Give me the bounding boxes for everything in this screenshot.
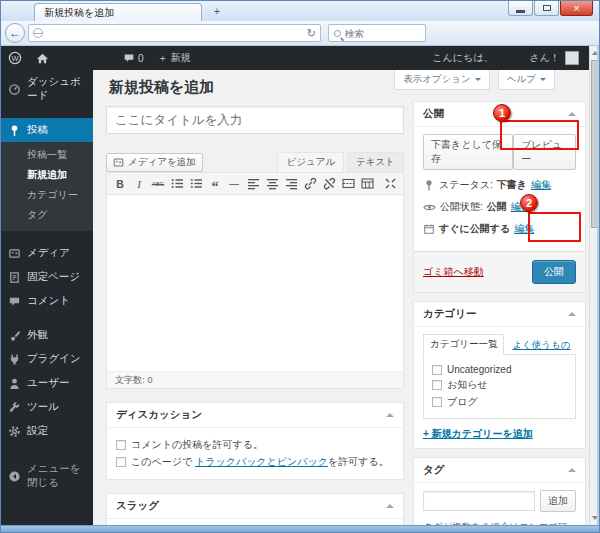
category-label: ブログ [447, 395, 478, 409]
wp-sidebar: ダッシュボード 投稿 投稿一覧 新規追加 カテゴリー タグ メディア [1, 70, 93, 525]
category-checkbox-uncategorized[interactable] [432, 365, 442, 375]
tag-input[interactable] [423, 491, 535, 511]
toolbar-toggle-icon[interactable] [358, 175, 376, 193]
visibility-value: 公開 [487, 200, 507, 214]
word-count-value: 0 [148, 375, 153, 385]
unlink-icon[interactable] [320, 175, 338, 193]
tags-panel: タグ 追加 タグが複数ある場合はコンマで区切ってください よく使われているタグか… [413, 457, 586, 525]
blockquote-icon[interactable]: “ [206, 175, 224, 193]
url-input[interactable] [43, 28, 307, 39]
sidebar-label: メニューを閉じる [27, 462, 86, 490]
account-menu[interactable]: こんにちは、 さん！ [432, 51, 589, 65]
collapse-caret-icon[interactable] [568, 308, 576, 316]
collapse-caret-icon[interactable] [386, 500, 394, 508]
sidebar-item-users[interactable]: ユーザー [1, 371, 93, 395]
new-content-menu[interactable]: ＋ 新規 [151, 46, 198, 70]
horizontal-rule-icon[interactable]: — [225, 175, 243, 193]
maximize-button[interactable] [534, 1, 559, 16]
sidebar-item-tags[interactable]: タグ [1, 205, 93, 225]
close-button[interactable]: × [560, 1, 593, 16]
discussion-panel-header[interactable]: ディスカッション [107, 403, 403, 428]
sidebar-collapse-menu[interactable]: メニューを閉じる [1, 457, 93, 495]
search-input[interactable] [345, 28, 415, 39]
tags-panel-body: 追加 タグが複数ある場合はコンマで区切ってください よく使われているタグから選択 [414, 483, 585, 525]
tab-text[interactable]: テキスト [347, 152, 404, 172]
category-row: ブログ [432, 395, 567, 409]
move-to-trash-link[interactable]: ゴミ箱へ移動 [423, 265, 484, 279]
trackback-link[interactable]: トラックバックとピンバック [195, 456, 328, 467]
fullscreen-icon[interactable] [381, 175, 399, 193]
minimize-icon [516, 10, 525, 13]
align-left-icon[interactable] [244, 175, 262, 193]
categories-panel-header[interactable]: カテゴリー [414, 302, 585, 327]
slug-panel: スラッグ [106, 493, 404, 525]
sidebar-item-posts[interactable]: 投稿 [1, 118, 93, 142]
reload-icon[interactable]: ↻ [307, 28, 316, 39]
sidebar-item-categories[interactable]: カテゴリー [1, 185, 93, 205]
collapse-arrow-icon [8, 470, 21, 483]
add-new-category-link[interactable]: + 新規カテゴリーを追加 [423, 427, 533, 441]
publish-button[interactable]: 公開 [532, 260, 576, 284]
collapse-caret-icon[interactable] [386, 409, 394, 417]
browser-tab[interactable]: 新規投稿を追加 [34, 3, 202, 21]
sidebar-item-appearance[interactable]: 外観 [1, 323, 93, 347]
collapse-caret-icon[interactable] [568, 464, 576, 472]
screen-options-button[interactable]: 表示オプション [394, 70, 490, 90]
strikethrough-icon[interactable]: ABC [149, 175, 167, 193]
slug-panel-header[interactable]: スラッグ [107, 494, 403, 519]
tab-visual[interactable]: ビジュアル [277, 152, 344, 172]
sidebar-item-media[interactable]: メディア [1, 241, 93, 265]
category-checkbox-blog[interactable] [432, 397, 442, 407]
italic-icon[interactable]: I [130, 175, 148, 193]
post-title-input[interactable] [106, 106, 404, 134]
user-icon [8, 377, 21, 390]
sidebar-label: コメント [27, 294, 70, 308]
post-title-field [106, 106, 404, 134]
sidebar-label: メディア [27, 246, 70, 260]
category-checkbox-news[interactable] [432, 380, 442, 390]
allow-comments-checkbox[interactable] [116, 440, 126, 450]
tab-most-used[interactable]: よく使うもの [512, 336, 570, 355]
new-tab-button[interactable]: + [206, 5, 228, 19]
align-right-icon[interactable] [282, 175, 300, 193]
sidebar-item-add-new[interactable]: 新規追加 [1, 165, 93, 185]
sidebar-item-dashboard[interactable]: ダッシュボード [1, 70, 93, 108]
numbered-list-icon[interactable] [187, 175, 205, 193]
sidebar-item-comments[interactable]: コメント [1, 289, 93, 313]
add-media-button[interactable]: メディアを追加 [106, 153, 203, 172]
comments-menu[interactable]: 0 [116, 46, 151, 70]
allow-trackbacks-checkbox[interactable] [116, 457, 126, 467]
wp-logo-menu[interactable]: W [1, 46, 29, 70]
align-center-icon[interactable] [263, 175, 281, 193]
avatar [565, 51, 579, 65]
category-row: お知らせ [432, 378, 567, 392]
edit-status-link[interactable]: 編集 [531, 178, 551, 192]
screen-meta-links: 表示オプション ヘルプ [394, 70, 555, 90]
help-button[interactable]: ヘルプ [498, 70, 555, 90]
tab-all-categories[interactable]: カテゴリー一覧 [423, 334, 504, 355]
sidebar-item-tools[interactable]: ツール [1, 395, 93, 419]
url-bar[interactable]: ↻ [28, 24, 321, 42]
collapse-caret-icon[interactable] [568, 108, 576, 116]
editor-content-area[interactable] [107, 195, 403, 371]
sidebar-label: ツール [27, 400, 59, 414]
back-button[interactable]: ← [5, 23, 25, 43]
link-icon[interactable] [301, 175, 319, 193]
search-box[interactable] [328, 24, 426, 42]
status-row: ステータス: 下書き 編集 [423, 178, 576, 192]
sidebar-item-settings[interactable]: 設定 [1, 419, 93, 443]
minimize-button[interactable] [508, 1, 533, 16]
bullet-list-icon[interactable] [168, 175, 186, 193]
tags-panel-header[interactable]: タグ [414, 458, 585, 483]
chevron-down-icon [475, 78, 481, 84]
visit-site-link[interactable] [29, 46, 56, 70]
sidebar-item-all-posts[interactable]: 投稿一覧 [1, 145, 93, 165]
more-tag-icon[interactable] [339, 175, 357, 193]
allow-comments-label: コメントの投稿を許可する。 [131, 438, 263, 452]
add-tag-button[interactable]: 追加 [540, 490, 576, 512]
bold-icon[interactable]: B [111, 175, 129, 193]
browser-navbar: ← ↻ ☆ ▤ ∨ ↓ ⌂ ≡ ▾ [1, 21, 599, 46]
category-checklist: Uncategorized お知らせ ブログ [423, 354, 576, 419]
sidebar-item-plugins[interactable]: プラグイン [1, 347, 93, 371]
sidebar-item-pages[interactable]: 固定ページ [1, 265, 93, 289]
